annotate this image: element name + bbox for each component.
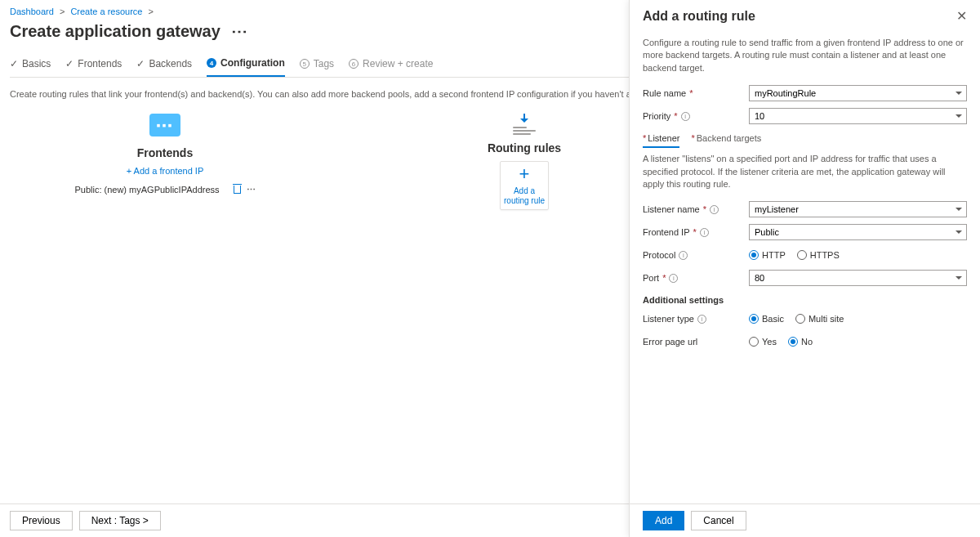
frontends-title: Frontends xyxy=(137,146,193,159)
listener-type-radio-group: Basic Multi site xyxy=(749,314,967,324)
listener-name-label: Listener name*i xyxy=(643,204,749,214)
check-icon: ✓ xyxy=(10,59,18,69)
add-frontend-ip-link[interactable]: + Add a frontend IP xyxy=(127,166,204,176)
info-icon[interactable]: i xyxy=(697,315,706,324)
listener-type-multi-radio[interactable]: Multi site xyxy=(795,314,844,324)
step-tags[interactable]: 5Tags xyxy=(300,53,334,76)
cancel-button[interactable]: Cancel xyxy=(691,511,746,530)
check-icon: ✓ xyxy=(136,59,145,69)
frontend-ip-label: Frontend IP*i xyxy=(643,227,749,237)
step-backends[interactable]: ✓Backends xyxy=(136,53,192,76)
panel-subtabs: *Listener *Backend targets xyxy=(643,133,967,148)
frontends-icon: ▪▪▪ xyxy=(149,114,180,136)
error-page-yes-radio[interactable]: Yes xyxy=(749,337,777,347)
step-basics[interactable]: ✓Basics xyxy=(10,53,51,76)
add-routing-rule-panel: Add a routing rule ✕ Configure a routing… xyxy=(629,0,980,537)
port-label: Port*i xyxy=(643,273,749,283)
delete-icon[interactable] xyxy=(233,184,242,195)
panel-footer: Add Cancel xyxy=(630,503,980,537)
previous-button[interactable]: Previous xyxy=(10,511,73,530)
breadcrumb-link-create-resource[interactable]: Create a resource xyxy=(70,7,142,16)
routing-rules-icon xyxy=(509,114,540,136)
frontends-column: ▪▪▪ Frontends + Add a frontend IP Public… xyxy=(59,114,271,195)
frontend-item: Public: (new) myAGPublicIPAddress ⋯ xyxy=(59,184,271,195)
listener-type-basic-radio[interactable]: Basic xyxy=(749,314,784,324)
protocol-https-radio[interactable]: HTTPS xyxy=(797,250,840,260)
step-configuration[interactable]: 4Configuration xyxy=(207,52,285,77)
protocol-http-radio[interactable]: HTTP xyxy=(749,250,786,260)
step-frontends[interactable]: ✓Frontends xyxy=(65,53,122,76)
frontend-item-label: Public: (new) myAGPublicIPAddress xyxy=(74,185,219,195)
step-number-icon: 5 xyxy=(300,59,310,69)
protocol-label: Protocoli xyxy=(643,250,749,260)
additional-settings-header: Additional settings xyxy=(643,295,967,305)
error-page-no-radio[interactable]: No xyxy=(788,337,813,347)
port-input[interactable] xyxy=(749,270,967,286)
error-page-url-label: Error page url xyxy=(643,337,749,347)
listener-name-input[interactable] xyxy=(749,201,967,217)
info-icon[interactable]: i xyxy=(700,228,709,237)
plus-icon: + xyxy=(519,165,530,183)
add-button[interactable]: Add xyxy=(643,511,684,530)
routing-rules-column: Routing rules + Add a routing rule xyxy=(418,114,630,210)
panel-description: Configure a routing rule to send traffic… xyxy=(643,37,967,74)
listener-description: A listener "listens" on a specified port… xyxy=(643,153,967,190)
add-routing-rule-card[interactable]: + Add a routing rule xyxy=(500,161,549,210)
info-icon[interactable]: i xyxy=(679,251,688,260)
step-number-icon: 4 xyxy=(207,58,216,68)
priority-label: Priority*i xyxy=(643,111,749,121)
rule-name-label: Rule name* xyxy=(643,88,749,98)
priority-input[interactable] xyxy=(749,108,967,124)
step-review-create[interactable]: 6Review + create xyxy=(349,53,433,76)
breadcrumb-link-dashboard[interactable]: Dashboard xyxy=(10,7,54,16)
close-icon[interactable]: ✕ xyxy=(956,8,967,24)
subtab-backend-targets[interactable]: *Backend targets xyxy=(691,133,761,148)
info-icon[interactable]: i xyxy=(710,205,719,214)
panel-title: Add a routing rule xyxy=(643,9,755,24)
step-number-icon: 6 xyxy=(349,59,359,69)
rule-name-input[interactable] xyxy=(749,85,967,101)
routing-rules-title: Routing rules xyxy=(488,141,561,154)
more-icon[interactable]: ⋯ xyxy=(247,185,256,195)
page-title-more-icon[interactable]: ⋯ xyxy=(231,21,247,41)
next-button[interactable]: Next : Tags > xyxy=(79,511,161,530)
subtab-listener[interactable]: *Listener xyxy=(643,133,679,148)
info-icon[interactable]: i xyxy=(669,274,678,283)
error-page-radio-group: Yes No xyxy=(749,337,967,347)
protocol-radio-group: HTTP HTTPS xyxy=(749,250,967,260)
frontend-ip-select[interactable] xyxy=(749,224,967,240)
info-icon[interactable]: i xyxy=(681,112,690,121)
add-routing-rule-label: Add a routing rule xyxy=(501,186,548,206)
check-icon: ✓ xyxy=(65,59,74,69)
listener-type-label: Listener typei xyxy=(643,314,749,324)
